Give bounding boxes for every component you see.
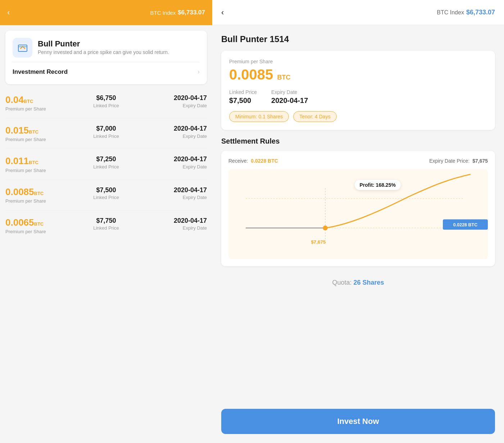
option-linked-3: $7,500 Linked Price <box>73 186 140 200</box>
tags-row: Minimum: 0.1 Shares Tenor: 4 Days <box>229 111 487 122</box>
option-premium-2: 0.011BTC Premium per Share <box>5 155 73 173</box>
left-btc-label: BTC Index <box>150 10 176 16</box>
expiry-price-info: Expiry Date Price: $7,675 <box>429 158 488 164</box>
option-expiry-1: 2020-04-17 Expiry Date <box>140 125 207 139</box>
option-expiry-4: 2020-04-17 Expiry Date <box>140 217 207 231</box>
expiry-date-field: Expiry Date 2020-04-17 <box>271 89 308 105</box>
linked-price-field: Linked Price $7,500 <box>229 89 257 105</box>
premium-label-0: Premium per Share <box>5 106 73 112</box>
svg-text:$7,675: $7,675 <box>311 239 326 245</box>
investment-record-label: Investment Record <box>13 68 68 76</box>
expiry-date-label: Expiry Date <box>271 89 308 95</box>
expiry-price-label: Expiry Date Price: <box>429 158 469 164</box>
right-back-arrow[interactable]: ‹ <box>221 8 224 17</box>
product-desc: Penny invested and a price spike can giv… <box>38 49 169 56</box>
settlement-card: Receive: 0.0228 BTC Expiry Date Price: $… <box>221 151 495 266</box>
expiry-price-value: $7,675 <box>472 158 488 164</box>
expiry-date-value: 2020-04-17 <box>271 96 308 104</box>
premium-label-4: Premium per Share <box>5 229 73 234</box>
left-header: ‹ BTC Index $6,733.07 <box>0 0 212 25</box>
option-expiry-3: 2020-04-17 Expiry Date <box>140 186 207 200</box>
premium-val-1: 0.015BTC <box>5 125 73 136</box>
right-content: Bull Punter 1514 Premium per Share 0.008… <box>212 25 504 403</box>
product-card-top: Bull Punter Penny invested and a price s… <box>13 38 200 58</box>
quota-value: 26 Shares <box>354 279 384 286</box>
option-linked-0: $6,750 Linked Price <box>73 94 140 108</box>
product-title: Bull Punter <box>38 39 169 49</box>
detail-price-row: Linked Price $7,500 Expiry Date 2020-04-… <box>229 89 487 105</box>
option-linked-4: $7,750 Linked Price <box>73 217 140 231</box>
option-linked-2: $7,250 Linked Price <box>73 155 140 169</box>
settlement-info: Receive: 0.0228 BTC Expiry Date Price: $… <box>228 158 488 164</box>
minimum-tag: Minimum: 0.1 Shares <box>229 111 289 122</box>
premium-label-3: Premium per Share <box>5 198 73 204</box>
detail-premium-label: Premium per Share <box>229 59 487 64</box>
option-item-4[interactable]: 0.0065BTC Premium per Share $7,750 Linke… <box>5 211 207 241</box>
option-item-3[interactable]: 0.0085BTC Premium per Share $7,500 Linke… <box>5 180 207 211</box>
option-premium-0: 0.04BTC Premium per Share <box>5 94 73 112</box>
investment-record-row[interactable]: Investment Record › <box>13 67 200 77</box>
left-btc-price: $6,733.07 <box>178 9 205 16</box>
premium-label-1: Premium per Share <box>5 137 73 142</box>
option-premium-1: 0.015BTC Premium per Share <box>5 125 73 142</box>
premium-val-2: 0.011BTC <box>5 155 73 167</box>
receive-info: Receive: 0.0228 BTC <box>228 158 278 164</box>
premium-val-0: 0.04BTC <box>5 94 73 105</box>
right-btc-price: $6,733.07 <box>466 9 495 16</box>
premium-label-2: Premium per Share <box>5 168 73 173</box>
options-list: 0.04BTC Premium per Share $6,750 Linked … <box>0 88 212 443</box>
option-item-2[interactable]: 0.011BTC Premium per Share $7,250 Linked… <box>5 149 207 180</box>
option-expiry-0: 2020-04-17 Expiry Date <box>140 94 207 108</box>
option-linked-1: $7,000 Linked Price <box>73 125 140 139</box>
receive-label: Receive: <box>228 158 248 164</box>
right-header: ‹ BTC Index $6,733.07 <box>212 0 504 25</box>
detail-card: Premium per Share 0.0085 BTC Linked Pric… <box>221 51 495 130</box>
option-expiry-2: 2020-04-17 Expiry Date <box>140 155 207 169</box>
linked-price-value: $7,500 <box>229 96 251 104</box>
product-card: Bull Punter Penny invested and a price s… <box>5 31 207 84</box>
product-icon <box>13 38 32 58</box>
left-back-arrow[interactable]: ‹ <box>7 8 10 17</box>
card-divider <box>13 62 200 62</box>
quota-row: Quota: 26 Shares <box>221 274 495 292</box>
profit-bubble: Profit: 168.25% <box>355 180 401 190</box>
option-premium-4: 0.0065BTC Premium per Share <box>5 217 73 234</box>
svg-text:0.0228 BTC: 0.0228 BTC <box>453 222 477 227</box>
premium-val-3: 0.0085BTC <box>5 186 73 198</box>
option-item-0[interactable]: 0.04BTC Premium per Share $6,750 Linked … <box>5 88 207 118</box>
linked-price-label: Linked Price <box>229 89 257 95</box>
detail-title: Bull Punter 1514 <box>221 34 495 44</box>
product-info: Bull Punter Penny invested and a price s… <box>38 39 169 56</box>
detail-premium-value: 0.0085 BTC <box>229 67 487 83</box>
quota-label: Quota: <box>332 279 351 286</box>
right-panel: ‹ BTC Index $6,733.07 Bull Punter 1514 P… <box>212 0 504 443</box>
invest-now-button[interactable]: Invest Now <box>221 409 495 434</box>
receive-value: 0.0228 BTC <box>251 158 278 164</box>
invest-button-container: Invest Now <box>212 403 504 443</box>
option-item-1[interactable]: 0.015BTC Premium per Share $7,000 Linked… <box>5 118 207 149</box>
right-btc-label: BTC Index <box>437 9 464 16</box>
chevron-right-icon: › <box>197 68 200 76</box>
left-panel: ‹ BTC Index $6,733.07 Bull Punter Penny … <box>0 0 212 443</box>
settlement-title: Settlement Rules <box>221 137 495 145</box>
premium-val-4: 0.0065BTC <box>5 217 73 228</box>
option-premium-3: 0.0085BTC Premium per Share <box>5 186 73 204</box>
tenor-tag: Tenor: 4 Days <box>293 111 336 122</box>
settlement-chart: 0.0228 BTC $7,675 Profit: 168.25% <box>228 169 488 259</box>
svg-point-8 <box>323 226 327 230</box>
